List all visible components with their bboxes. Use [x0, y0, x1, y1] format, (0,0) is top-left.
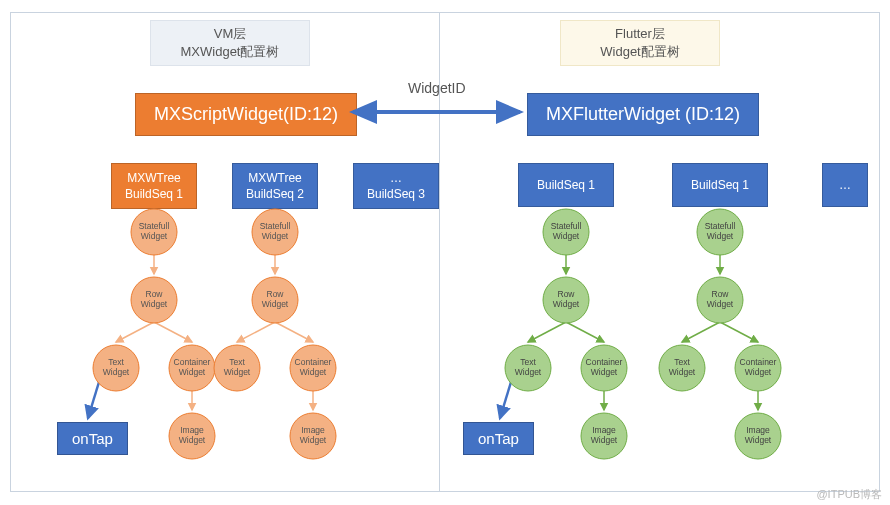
header-vm-line1: VM层	[165, 25, 295, 43]
seq-vm-2: MXWTree BuildSeq 2	[232, 163, 318, 209]
header-vm-line2: MXWidget配置树	[165, 43, 295, 61]
seq-vm-1-l2: BuildSeq 1	[122, 186, 186, 202]
header-fl-line1: Flutter层	[575, 25, 705, 43]
mxflutterwidget-box: MXFlutterWidget (ID:12)	[527, 93, 759, 136]
watermark: @ITPUB博客	[816, 487, 882, 502]
header-vm: VM层 MXWidget配置树	[150, 20, 310, 66]
seq-fl-3: …	[822, 163, 868, 207]
seq-vm-2-l2: BuildSeq 2	[243, 186, 307, 202]
seq-vm-1: MXWTree BuildSeq 1	[111, 163, 197, 209]
header-fl-line2: Widget配置树	[575, 43, 705, 61]
header-flutter: Flutter层 Widget配置树	[560, 20, 720, 66]
widgetid-label: WidgetID	[408, 80, 466, 96]
seq-vm-3-l1: …	[364, 170, 428, 186]
ontap-fl: onTap	[463, 422, 534, 455]
seq-fl-2: BuildSeq 1	[672, 163, 768, 207]
mxscriptwidget-box: MXScriptWidget(ID:12)	[135, 93, 357, 136]
seq-vm-2-l1: MXWTree	[243, 170, 307, 186]
seq-fl-1: BuildSeq 1	[518, 163, 614, 207]
seq-vm-3: … BuildSeq 3	[353, 163, 439, 209]
ontap-vm: onTap	[57, 422, 128, 455]
seq-vm-3-l2: BuildSeq 3	[364, 186, 428, 202]
seq-vm-1-l1: MXWTree	[122, 170, 186, 186]
